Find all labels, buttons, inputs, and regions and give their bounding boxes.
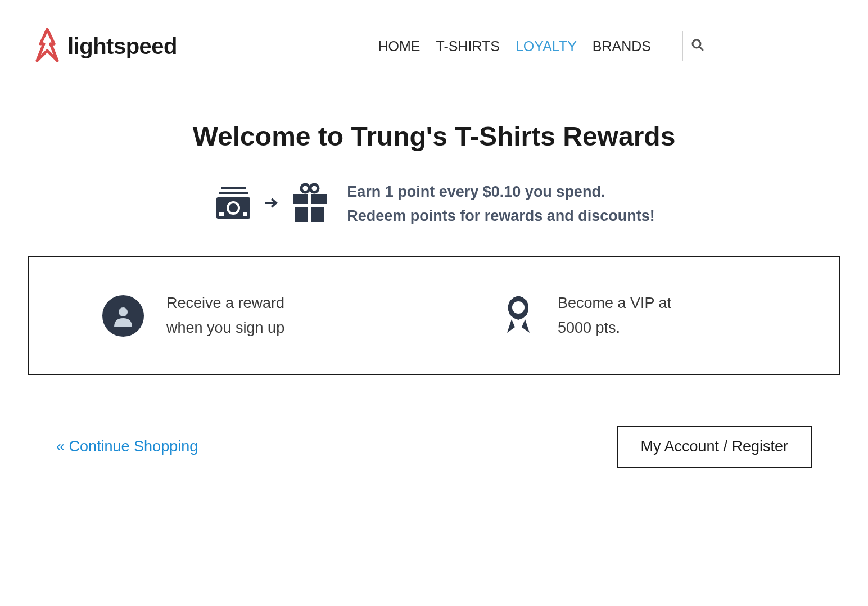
vip-line1: Become a VIP at [558,291,671,315]
svg-rect-2 [221,187,246,189]
arrow-right-icon [265,197,278,211]
main-nav: HOME T-SHIRTS LOYALTY BRANDS [378,31,834,61]
nav-brands[interactable]: BRANDS [593,38,651,55]
badge-icon [501,293,535,338]
svg-point-8 [301,184,309,192]
gift-icon [290,183,330,225]
user-icon [102,295,144,337]
svg-point-9 [310,184,318,192]
svg-rect-12 [308,194,311,222]
footer: « Continue Shopping My Account / Registe… [28,397,840,496]
continue-shopping-link[interactable]: « Continue Shopping [56,438,198,455]
search-icon [691,38,704,54]
main-content: Welcome to Trung's T-Shirts Rewards [0,98,868,496]
svg-line-1 [699,47,703,50]
earn-row: Earn 1 point every $0.10 you spend. Rede… [28,180,840,228]
vip-line2: 5000 pts. [558,316,671,340]
lightspeed-logo-icon [34,28,61,64]
signup-line2: when you sign up [166,316,284,340]
logo-text: lightspeed [67,34,177,59]
nav-tshirts[interactable]: T-SHIRTS [436,38,500,55]
earn-line2: Redeem points for rewards and discounts! [347,204,655,228]
svg-rect-7 [243,212,247,216]
logo[interactable]: lightspeed [34,28,177,64]
account-register-button[interactable]: My Account / Register [617,426,812,468]
earn-icons [213,183,330,225]
svg-rect-3 [219,192,248,194]
vip-item: Become a VIP at 5000 pts. [468,291,811,340]
earn-text-block: Earn 1 point every $0.10 you spend. Rede… [347,180,655,228]
money-icon [213,185,254,223]
info-box: Receive a reward when you sign up Become… [28,256,840,374]
earn-line1: Earn 1 point every $0.10 you spend. [347,180,655,204]
svg-rect-6 [219,212,224,216]
signup-line1: Receive a reward [166,291,284,315]
nav-home[interactable]: HOME [378,38,421,55]
svg-rect-13 [293,204,327,207]
page-title: Welcome to Trung's T-Shirts Rewards [28,121,840,152]
signup-text-block: Receive a reward when you sign up [166,291,284,340]
nav-loyalty[interactable]: LOYALTY [516,38,577,55]
search-box[interactable] [682,31,834,61]
header: lightspeed HOME T-SHIRTS LOYALTY BRANDS [0,0,868,98]
svg-point-14 [119,307,128,316]
search-input[interactable] [709,40,826,53]
signup-reward-item: Receive a reward when you sign up [57,291,412,340]
svg-point-15 [512,301,525,314]
vip-text-block: Become a VIP at 5000 pts. [558,291,671,340]
